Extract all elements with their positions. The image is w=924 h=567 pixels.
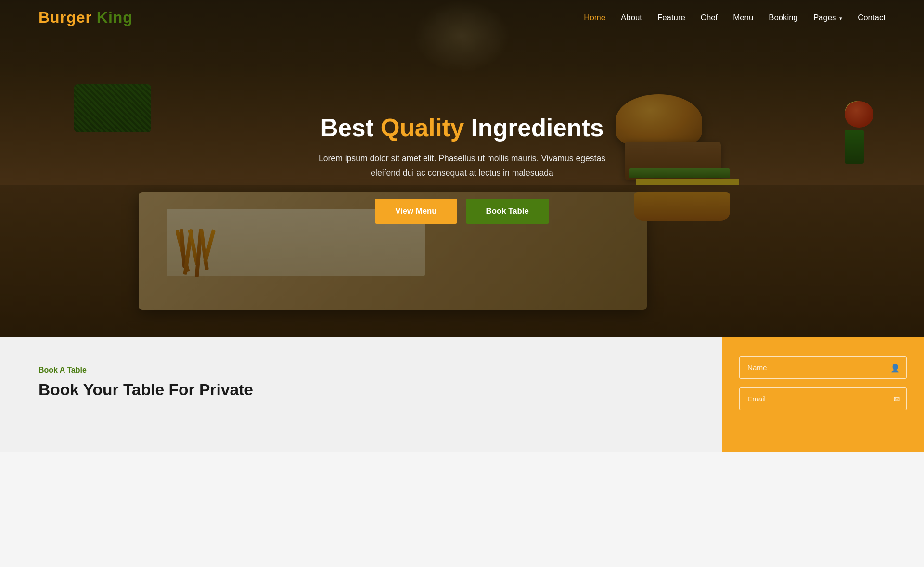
nav-link-booking[interactable]: Booking [769, 13, 798, 22]
logo[interactable]: Burger King [38, 9, 133, 26]
nav-item-chef[interactable]: Chef [701, 13, 718, 23]
booking-info: Book A Table Book Your Table For Private [0, 337, 722, 452]
nav-link-home[interactable]: Home [584, 13, 605, 22]
nav-link-about[interactable]: About [621, 13, 642, 22]
navbar: Burger King Home About Feature Chef Menu… [0, 0, 924, 35]
email-field: ✉ [739, 387, 907, 410]
logo-burger: Burger [38, 9, 92, 26]
booking-section: Book A Table Book Your Table For Private… [0, 337, 924, 452]
hero-title-highlight: Quality [381, 114, 464, 142]
hero-section: Best Quality Ingredients Lorem ipsum dol… [0, 0, 924, 337]
view-menu-button[interactable]: View Menu [375, 199, 457, 224]
hero-content: Best Quality Ingredients Lorem ipsum dol… [308, 113, 616, 223]
nav-link-menu[interactable]: Menu [733, 13, 753, 22]
nav-item-about[interactable]: About [621, 13, 642, 23]
user-icon: 👤 [890, 363, 900, 372]
name-input[interactable] [739, 356, 907, 379]
hero-title-start: Best [321, 114, 381, 142]
nav-item-feature[interactable]: Feature [657, 13, 685, 23]
name-field: 👤 [739, 356, 907, 379]
nav-link-pages[interactable]: Pages ▾ [813, 13, 842, 22]
nav-link-feature[interactable]: Feature [657, 13, 685, 22]
hero-title: Best Quality Ingredients [318, 113, 606, 142]
booking-form: 👤 ✉ [722, 337, 924, 452]
nav-item-home[interactable]: Home [584, 13, 605, 23]
hero-buttons: View Menu Book Table [318, 199, 606, 224]
hero-title-end: Ingredients [464, 114, 603, 142]
nav-item-booking[interactable]: Booking [769, 13, 798, 23]
email-icon: ✉ [894, 394, 900, 403]
book-table-button[interactable]: Book Table [466, 199, 549, 224]
email-input[interactable] [739, 387, 907, 410]
chevron-down-icon: ▾ [839, 15, 842, 21]
hero-subtitle: Lorem ipsum dolor sit amet elit. Phasell… [318, 152, 606, 180]
nav-item-pages[interactable]: Pages ▾ [813, 13, 842, 23]
nav-item-menu[interactable]: Menu [733, 13, 753, 23]
booking-label: Book A Table [38, 366, 683, 374]
booking-title: Book Your Table For Private [38, 380, 683, 399]
nav-item-contact[interactable]: Contact [858, 13, 886, 23]
nav-link-contact[interactable]: Contact [858, 13, 886, 22]
logo-king: King [97, 9, 133, 26]
nav-link-chef[interactable]: Chef [701, 13, 718, 22]
nav-links: Home About Feature Chef Menu Booking Pag… [584, 13, 886, 23]
